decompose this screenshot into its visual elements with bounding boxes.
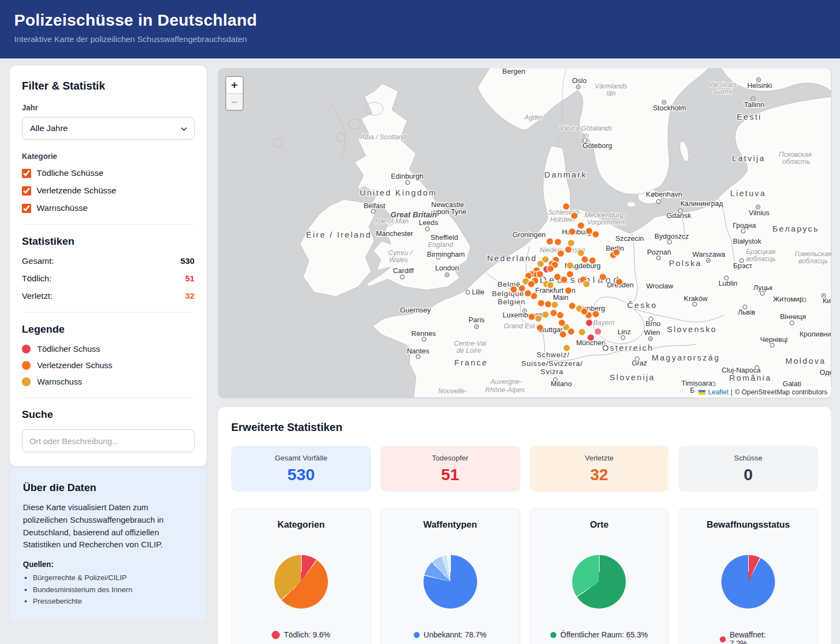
pie-legend-dot-icon (414, 632, 420, 638)
category-checkbox-1[interactable] (22, 186, 31, 196)
incident-marker[interactable] (592, 311, 600, 318)
incident-marker[interactable] (569, 228, 576, 235)
incident-marker[interactable] (613, 249, 620, 256)
pie-legend-item: Bewaffnet: 7.2% (720, 630, 777, 644)
category-row: Warnschüsse (22, 203, 195, 213)
zoom-in-button[interactable]: + (226, 77, 243, 93)
incident-marker[interactable] (545, 301, 552, 308)
incident-marker[interactable] (560, 331, 567, 338)
map-label: Nantes (407, 347, 430, 355)
incident-marker[interactable] (567, 262, 574, 269)
incident-marker[interactable] (578, 222, 585, 229)
incident-marker[interactable] (537, 271, 544, 278)
incident-marker[interactable] (563, 203, 570, 210)
search-input[interactable] (22, 429, 195, 452)
map-label: Guernsey (400, 306, 431, 314)
incident-marker[interactable] (535, 315, 542, 322)
incident-marker[interactable] (542, 311, 549, 318)
pie-chart-card: WaffentypenUnbekannt: 78.7%Schusswaffe: … (380, 508, 520, 644)
incident-marker[interactable] (568, 240, 575, 247)
map-label: Stockholm (653, 104, 686, 112)
leaflet-link[interactable]: Leaflet (708, 388, 729, 396)
map-label: Groningen (513, 231, 546, 239)
category-checkbox-2[interactable] (22, 204, 31, 213)
map-city-ring-icon (406, 180, 409, 184)
stat-label: Tödlich: (22, 274, 51, 283)
summary-card: Verletzte32 (530, 446, 669, 492)
incident-marker[interactable] (581, 308, 588, 315)
incident-marker[interactable] (565, 287, 572, 294)
incident-marker[interactable] (538, 300, 545, 307)
incident-marker[interactable] (528, 314, 536, 321)
incident-marker[interactable] (583, 281, 590, 288)
incident-marker[interactable] (568, 328, 575, 335)
zoom-out-button[interactable]: − (226, 93, 243, 110)
incident-marker[interactable] (519, 285, 526, 292)
map-label: Moldova (785, 356, 826, 365)
map-capital-dot-icon (578, 86, 579, 88)
category-checkbox-label: Verletzende Schüsse (37, 186, 116, 196)
incident-marker[interactable] (588, 334, 595, 341)
map-label: Львів (738, 308, 755, 316)
incident-marker[interactable] (600, 274, 607, 281)
map-city-ring-icon (422, 337, 426, 341)
legend-label: Tödlicher Schuss (37, 344, 100, 353)
incident-marker[interactable] (592, 231, 600, 238)
incident-marker[interactable] (563, 345, 571, 352)
incident-marker[interactable] (559, 320, 566, 327)
map-label: Rennes (412, 329, 436, 338)
map-label: Schweiz/ (537, 351, 569, 359)
map-label: Чернівці (760, 335, 788, 344)
map[interactable]: BergenOsloStockholmHelsinkiTallinnEestiL… (218, 68, 831, 398)
incident-marker[interactable] (586, 320, 593, 327)
map-label: Житомир (773, 295, 803, 303)
incident-marker[interactable] (554, 274, 561, 281)
incident-marker[interactable] (510, 286, 518, 293)
pie-chart-card: BewaffnungsstatusBewaffnet: 7.2%Unbewaff… (678, 508, 818, 644)
incident-marker[interactable] (555, 239, 562, 246)
incident-marker[interactable] (557, 312, 564, 319)
map-capital-dot-icon (663, 102, 665, 103)
category-checkbox-group: Tödliche SchüsseVerletzende SchüsseWarns… (22, 168, 195, 213)
incident-marker[interactable] (595, 328, 602, 335)
pie-chart (274, 555, 328, 608)
incident-marker[interactable] (578, 250, 585, 257)
stat-value: 51 (185, 274, 195, 283)
stats-rows: Gesamt:530Tödlich:51Verletzt:32 (22, 256, 195, 301)
incident-marker[interactable] (537, 261, 544, 268)
incident-marker[interactable] (547, 238, 554, 245)
incident-marker[interactable] (550, 310, 557, 317)
incident-marker[interactable] (586, 228, 593, 235)
map-city-ring-icon (656, 256, 660, 259)
incident-marker[interactable] (525, 290, 532, 297)
map-city-ring-icon (692, 302, 696, 306)
map-label: Bayern (593, 319, 615, 327)
incident-marker[interactable] (616, 279, 623, 286)
map-city-ring-icon (770, 343, 774, 347)
incident-marker[interactable] (537, 324, 544, 332)
incident-marker[interactable] (579, 329, 586, 336)
map-label: London (435, 264, 459, 272)
stat-row: Tödlich:51 (22, 274, 195, 283)
incident-marker[interactable] (547, 282, 554, 289)
incident-marker[interactable] (565, 246, 572, 253)
incident-marker[interactable] (571, 212, 578, 220)
incident-marker[interactable] (528, 281, 535, 288)
incident-marker[interactable] (551, 302, 559, 309)
map-label: Milano (551, 380, 572, 388)
incident-marker[interactable] (567, 271, 574, 278)
incident-marker[interactable] (581, 256, 589, 263)
map-label: Гомельская (795, 250, 831, 258)
category-row: Tödliche Schüsse (22, 168, 195, 178)
extended-stats-panel: Erweiterte Statistiken Gesamt Vorfälle53… (218, 407, 831, 644)
osm-attribution[interactable]: © OpenStreetMap contributors (735, 388, 827, 396)
incident-marker[interactable] (569, 303, 576, 310)
incident-marker[interactable] (561, 276, 568, 283)
incident-marker[interactable] (589, 257, 596, 264)
year-select[interactable]: Alle Jahre (22, 117, 195, 140)
about-panel: Über die Daten Diese Karte visualisiert … (10, 468, 207, 622)
category-checkbox-0[interactable] (22, 169, 31, 178)
incident-marker[interactable] (557, 250, 565, 257)
incident-marker[interactable] (547, 265, 554, 273)
source-item: Presseberichte (33, 595, 193, 607)
